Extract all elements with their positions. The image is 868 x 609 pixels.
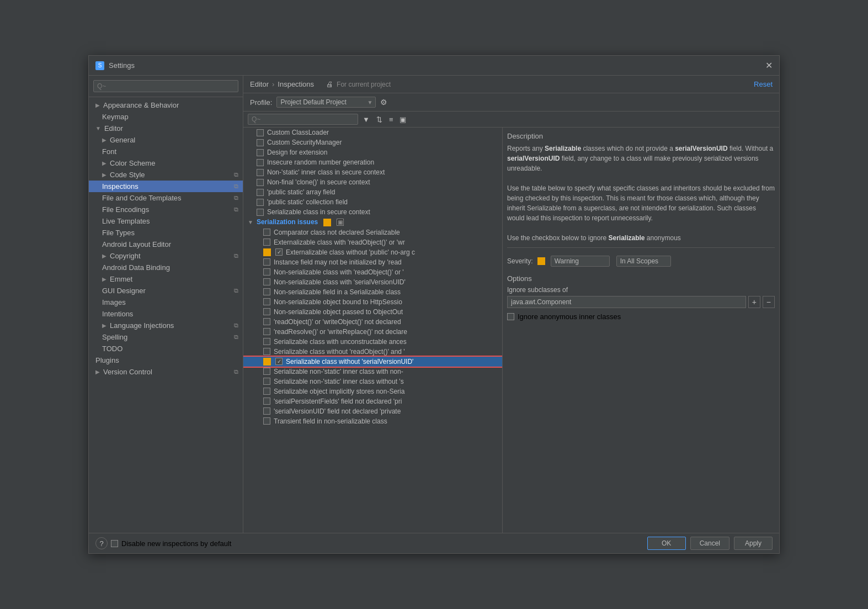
sidebar-item-file-types[interactable]: File Types [89,227,243,239]
checkbox[interactable] [257,129,264,136]
ignore-anonymous-checkbox[interactable] [507,313,514,320]
sidebar-item-android-layout-editor[interactable]: Android Layout Editor [89,239,243,250]
sidebar-item-android-data-binding[interactable]: Android Data Binding [89,262,243,273]
list-item[interactable]: Serializable non-'static' inner class wi… [243,377,502,386]
apply-button[interactable]: Apply [734,537,773,550]
checkbox[interactable] [257,179,264,186]
checkbox[interactable] [263,298,270,305]
profile-select[interactable]: Project Default Project Default [276,97,376,108]
checkbox[interactable] [263,229,270,236]
sidebar-item-editor[interactable]: ▼ Editor [89,123,243,134]
sidebar-item-color-scheme[interactable]: ▶ Color Scheme [89,157,243,169]
checkbox[interactable] [263,268,270,276]
list-item[interactable]: Serializable class with unconstructable … [243,337,502,347]
inspection-category-serialization[interactable]: ▼ Serialization issues ▣ [243,217,502,227]
checkbox[interactable] [263,308,270,315]
checkbox[interactable] [257,169,264,176]
checkbox[interactable] [263,338,270,345]
filter-button[interactable]: ▼ [360,114,372,125]
list-item[interactable]: Serializable object implicitly stores no… [243,386,502,396]
list-item[interactable]: ✓ Externalizable class without 'public' … [243,247,502,257]
list-item[interactable]: 'public static' collection field [243,197,502,207]
checkbox[interactable] [263,398,270,405]
reset-button[interactable]: Reset [754,80,773,88]
list-item[interactable]: 'serialPersistentFields' field not decla… [243,396,502,406]
scope-dropdown[interactable]: In All Scopes In Tests [616,256,671,267]
cancel-button[interactable]: Cancel [690,537,729,550]
sidebar-item-general[interactable]: ▶ General [89,134,243,146]
list-item[interactable]: Instance field may not be initialized by… [243,257,502,267]
expand-all-button[interactable]: ⇅ [374,114,385,125]
checkbox[interactable] [263,328,270,335]
list-item[interactable]: 'readResolve()' or 'writeReplace()' not … [243,327,502,337]
list-item[interactable]: Externalizable class with 'readObject()'… [243,237,502,247]
disable-new-inspections-checkbox[interactable] [111,540,118,547]
sidebar-item-gui-designer[interactable]: GUI Designer ⧉ [89,285,243,296]
sidebar-item-font[interactable]: Font [89,146,243,157]
selected-list-item[interactable]: ✓ Serializable class without 'serialVers… [243,357,502,367]
checkbox[interactable] [263,348,270,355]
checkbox[interactable] [263,378,270,385]
collapse-button[interactable]: ≡ [387,114,396,125]
list-item[interactable]: Design for extension [243,147,502,157]
checkbox[interactable] [263,407,270,415]
close-button[interactable]: ✕ [765,60,773,71]
list-item[interactable]: Non-serializable class with 'serialVersi… [243,277,502,287]
list-item[interactable]: Non-serializable object passed to Object… [243,307,502,317]
list-item[interactable]: 'public static' array field [243,187,502,197]
checkbox[interactable] [263,278,270,285]
list-item[interactable]: Non-serializable class with 'readObject(… [243,267,502,277]
list-item[interactable]: Custom SecurityManager [243,137,502,147]
sidebar-item-keymap[interactable]: Keymap [89,111,243,123]
checkbox[interactable] [257,209,264,216]
list-item[interactable]: Serializable class in secure context [243,207,502,217]
list-item[interactable]: Insecure random number generation [243,157,502,167]
ok-button[interactable]: OK [647,537,686,550]
list-item[interactable]: Serializable class without 'readObject()… [243,347,502,357]
checkbox[interactable] [263,258,270,266]
checkbox[interactable] [263,239,270,246]
list-item[interactable]: Comparator class not declared Serializab… [243,227,502,237]
sidebar-item-inspections[interactable]: Inspections ⧉ [89,181,243,192]
checkbox[interactable] [263,318,270,325]
sidebar-item-file-encodings[interactable]: File Encodings ⧉ [89,204,243,215]
sidebar-item-emmet[interactable]: ▶ Emmet [89,273,243,285]
checkbox[interactable] [257,189,264,196]
sidebar-item-appearance[interactable]: ▶ Appearance & Behavior [89,99,243,111]
sidebar-item-todo[interactable]: TODO [89,343,243,354]
list-item[interactable]: Non-'static' inner class in secure conte… [243,167,502,177]
sidebar-search-input[interactable] [93,80,238,92]
list-item[interactable]: Non-final 'clone()' in secure context [243,177,502,187]
sidebar-item-version-control[interactable]: ▶ Version Control ⧉ [89,366,243,378]
sidebar-item-intentions[interactable]: Intentions [89,308,243,320]
ignore-subclasses-input[interactable] [507,296,746,308]
list-item[interactable]: 'readObject()' or 'writeObject()' not de… [243,317,502,327]
inspection-search-input[interactable] [248,114,358,125]
checkbox[interactable] [257,159,264,166]
sidebar-item-plugins[interactable]: Plugins [89,354,243,366]
list-item[interactable]: Non-serializable field in a Serializable… [243,287,502,297]
gear-button[interactable]: ⚙ [380,98,387,107]
sidebar-item-spelling[interactable]: Spelling ⧉ [89,331,243,343]
add-button[interactable]: + [748,296,760,308]
list-item[interactable]: Serializable non-'static' inner class wi… [243,367,502,377]
sidebar-item-copyright[interactable]: ▶ Copyright ⧉ [89,250,243,262]
checkbox[interactable] [263,368,270,375]
sidebar-item-language-injections[interactable]: ▶ Language Injections ⧉ [89,320,243,331]
checkbox[interactable] [263,288,270,295]
flat-button[interactable]: ▣ [397,114,408,125]
checkbox[interactable] [257,139,264,146]
list-item[interactable]: Non-serializable object bound to HttpSes… [243,297,502,307]
sidebar-item-file-code-templates[interactable]: File and Code Templates ⧉ [89,192,243,204]
sidebar-item-live-templates[interactable]: Live Templates [89,215,243,227]
remove-button[interactable]: − [763,296,775,308]
checkbox[interactable] [257,199,264,206]
checkbox[interactable] [257,149,264,156]
checkbox[interactable]: ✓ [275,248,283,256]
checkbox[interactable] [263,417,270,425]
sidebar-item-images[interactable]: Images [89,296,243,308]
list-item[interactable]: 'serialVersionUID' field not declared 'p… [243,406,502,416]
category-checkbox[interactable]: ▣ [337,219,344,226]
checkbox[interactable] [263,388,270,395]
severity-dropdown[interactable]: Warning Error Weak Warning Info [551,256,610,267]
